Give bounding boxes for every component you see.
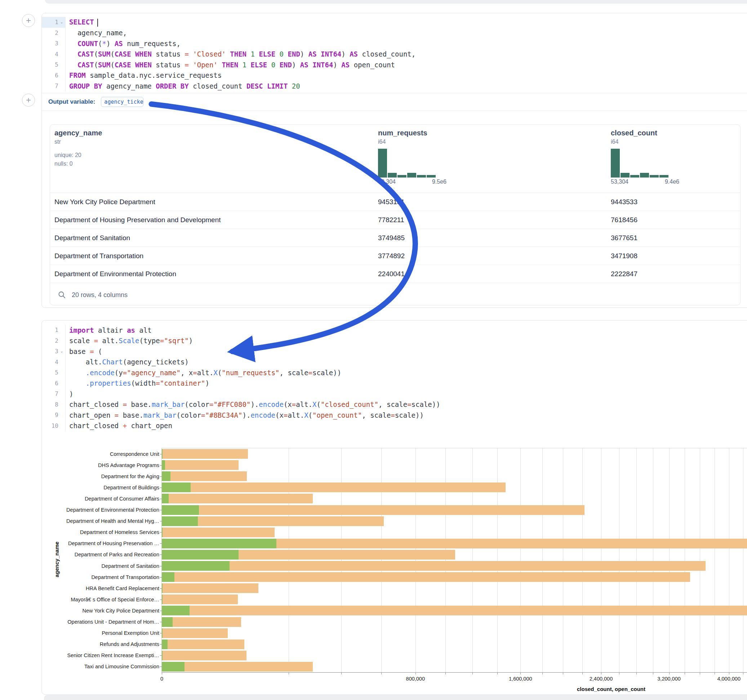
bar-open-count[interactable] (162, 516, 198, 526)
histogram-bar (417, 175, 426, 178)
bar-closed-count[interactable] (162, 606, 747, 616)
code-line[interactable]: 7GROUP BY agency_name ORDER BY closed_co… (42, 81, 747, 92)
bar-open-count[interactable] (162, 617, 172, 627)
table-row[interactable]: Department of Transportation377489234719… (50, 247, 740, 265)
code-line[interactable]: 7) (42, 389, 747, 399)
code-line[interactable]: 5 .encode(y="agency_name", x=alt.X("num_… (42, 367, 747, 378)
code-line[interactable]: 8chart_closed = base.mark_bar(color="#FF… (42, 399, 747, 410)
histogram-range-labels: 53,3049.4e6 (611, 179, 679, 185)
bar-closed-count[interactable] (162, 449, 248, 459)
table-cell: Department of Transportation (54, 247, 144, 265)
gridline (381, 448, 382, 672)
code-line[interactable]: 6FROM sample_data.nyc.service_requests (42, 70, 747, 81)
bar-open-count[interactable] (162, 505, 199, 515)
y-axis-tick (160, 454, 162, 454)
bar-closed-count[interactable] (162, 640, 244, 649)
code-line[interactable]: 4 CAST(SUM(CASE WHEN status = 'Closed' T… (42, 49, 747, 60)
x-axis-tick (743, 672, 743, 674)
line-gutter: 6 (42, 378, 66, 389)
bar-open-count[interactable] (162, 460, 165, 470)
table-cell: Department of Housing Preservation and D… (54, 211, 221, 229)
table-row[interactable]: New York City Police Department945313194… (50, 193, 740, 211)
x-axis-tick (416, 672, 416, 674)
column-header-closed_count[interactable]: closed_counti6453,3049.4e6 (611, 125, 679, 185)
bar-open-count[interactable] (162, 583, 163, 593)
code-line[interactable]: 5 CAST(SUM(CASE WHEN status = 'Open' THE… (42, 59, 747, 70)
chart-y-axis-title: agency_name (54, 531, 60, 588)
code-text: chart_closed = base.mark_bar(color="#FFC… (66, 400, 440, 408)
y-axis-label: Department for the Aging (101, 474, 159, 479)
bar-open-count[interactable] (162, 528, 163, 537)
bar-closed-count[interactable] (162, 583, 259, 593)
column-header-agency_name[interactable]: agency_namestrunique: 20nulls: 0 (54, 125, 102, 168)
table-cell: New York City Police Department (54, 193, 155, 211)
code-line[interactable]: 3⌄base = ( (42, 346, 747, 357)
line-number: 2 (42, 337, 58, 344)
bar-closed-count[interactable] (162, 505, 584, 515)
bar-closed-count[interactable] (162, 460, 239, 470)
line-gutter: 3 (42, 38, 66, 49)
bar-closed-count[interactable] (162, 651, 246, 661)
line-number: 6 (42, 72, 58, 79)
code-line[interactable]: 4 alt.Chart(agency_tickets) (42, 357, 747, 368)
bar-open-count[interactable] (162, 628, 163, 638)
bar-closed-count[interactable] (162, 494, 313, 503)
table-row[interactable]: Department of Environmental Protection22… (50, 265, 740, 283)
code-text: agency_name, (66, 29, 127, 37)
code-text: CAST(SUM(CASE WHEN status = 'Open' THEN … (66, 61, 395, 69)
bar-closed-count[interactable] (162, 471, 247, 481)
bar-open-count[interactable] (162, 651, 163, 661)
search-icon[interactable] (58, 291, 66, 299)
bar-open-count[interactable] (162, 494, 169, 503)
bar-closed-count[interactable] (162, 528, 275, 537)
code-text: GROUP BY agency_name ORDER BY closed_cou… (66, 82, 300, 90)
bar-chart-plot: closed_count, open_count 0800,0001,600,0… (162, 448, 747, 673)
fold-caret-icon[interactable]: ⌄ (58, 20, 65, 24)
gridline (743, 448, 743, 672)
bar-open-count[interactable] (162, 594, 163, 604)
fold-caret-icon[interactable]: ⌄ (58, 349, 65, 354)
sql-code-editor[interactable]: 1⌄SELECT2 agency_name,3 COUNT(*) AS num_… (42, 17, 747, 92)
python-code-editor[interactable]: 1import altair as alt2scale = alt.Scale(… (42, 325, 747, 431)
table-row[interactable]: Department of Sanitation37494853677651 (50, 229, 740, 247)
bar-closed-count[interactable] (162, 594, 238, 604)
code-line[interactable]: 6 .properties(width="container") (42, 378, 747, 389)
bar-open-count[interactable] (162, 449, 163, 459)
bar-open-count[interactable] (162, 640, 168, 649)
code-line[interactable]: 2scale = alt.Scale(type="sqrt") (42, 336, 747, 346)
bar-closed-count[interactable] (162, 572, 690, 582)
code-line[interactable]: 9chart_open = base.mark_bar(color="#8BC3… (42, 410, 747, 421)
bar-open-count[interactable] (162, 561, 230, 571)
code-line[interactable]: 3 COUNT(*) AS num_requests, (42, 38, 747, 49)
bar-closed-count[interactable] (162, 617, 241, 627)
add-cell-button[interactable]: + (22, 94, 35, 107)
bar-open-count[interactable] (162, 662, 184, 671)
output-variable-input[interactable]: agency_tickets (101, 97, 144, 107)
gridline (341, 448, 342, 672)
add-cell-button[interactable]: + (22, 14, 35, 27)
histogram-bar (398, 175, 407, 178)
bar-open-count[interactable] (162, 471, 171, 481)
code-line[interactable]: 2 agency_name, (42, 28, 747, 39)
bar-closed-count[interactable] (162, 561, 706, 571)
line-number: 10 (42, 422, 58, 429)
code-line[interactable]: 1import altair as alt (42, 325, 747, 336)
bar-open-count[interactable] (162, 483, 191, 492)
bar-closed-count[interactable] (162, 483, 505, 492)
column-histogram (378, 149, 435, 178)
gridline (685, 448, 685, 672)
code-line[interactable]: 10chart_closed + chart_open (42, 421, 747, 431)
bar-open-count[interactable] (162, 606, 189, 616)
column-histogram (611, 149, 668, 178)
y-axis-tick (160, 644, 162, 644)
code-line[interactable]: 1⌄SELECT (42, 17, 747, 28)
bar-closed-count[interactable] (162, 628, 228, 638)
gridline (542, 448, 543, 672)
x-axis-tick (601, 672, 602, 674)
table-row[interactable]: Department of Housing Preservation and D… (50, 211, 740, 229)
column-header-num_requests[interactable]: num_requestsi6453,3049.5e6 (378, 125, 446, 185)
bar-open-count[interactable] (162, 550, 239, 560)
table-cell: 7782211 (378, 211, 404, 229)
bar-open-count[interactable] (162, 539, 277, 548)
bar-open-count[interactable] (162, 572, 174, 582)
